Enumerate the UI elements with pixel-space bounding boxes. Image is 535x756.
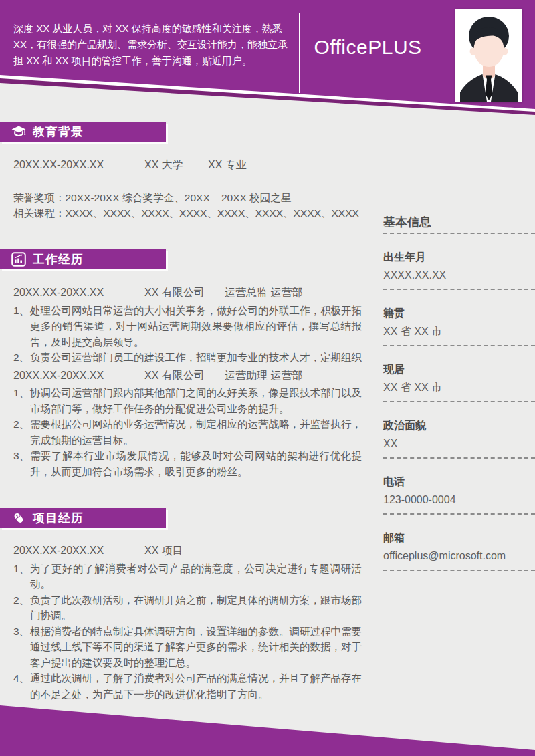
field-label: 电话 bbox=[383, 475, 535, 489]
honors-value: 20XX-20XX 综合奖学金、20XX – 20XX 校园之星 bbox=[66, 192, 292, 203]
list-item: 2、负责公司运营部门员工的建设工作，招聘更加专业的技术人才，定期组织 bbox=[13, 350, 362, 366]
basic-info-panel: 基本信息 出生年月 XXXX.XX.XX 籍贯 XX 省 XX 市 现居 XX … bbox=[383, 214, 535, 571]
brand-logo-text: OfficePLUS bbox=[302, 36, 433, 59]
education-entry-header: 20XX.XX-20XX.XXXX 大学XX 专业 bbox=[13, 157, 362, 173]
dashed-divider bbox=[383, 513, 535, 515]
project-entry-header: 20XX.XX-20XX.XXXX 项目 bbox=[13, 543, 362, 559]
list-item: 1、为了更好的了解消费者对公司产品的满意度，公司决定进行专题调研活动。 bbox=[13, 561, 362, 592]
mouse-icon bbox=[11, 511, 26, 525]
dashed-divider bbox=[383, 233, 535, 234]
work-section-header: 工作经历 bbox=[0, 249, 166, 269]
list-item: 1、处理公司网站日常运营的大小相关事务，做好公司的外联工作，积极开拓更多的销售渠… bbox=[13, 303, 362, 350]
list-item: 3、根据消费者的特点制定具体调研方向，设置详细的参数。调研过程中需要通过线上线下… bbox=[13, 624, 362, 671]
list-item-number: 1、 bbox=[13, 561, 29, 577]
footer-band bbox=[0, 702, 535, 756]
project-name: XX 项目 bbox=[144, 545, 183, 556]
list-item-number: 1、 bbox=[13, 303, 29, 319]
list-item-text: 需要了解本行业市场发展情况，能够及时对公司网站的架构进行优化提升，从而更加符合市… bbox=[30, 450, 362, 477]
info-field-residence: 现居 XX 省 XX 市 bbox=[383, 362, 535, 402]
job-period: 20XX.XX-20XX.XX bbox=[13, 285, 144, 301]
section-title: 教育背景 bbox=[33, 124, 84, 140]
project-period: 20XX.XX-20XX.XX bbox=[13, 543, 144, 559]
education-section-header: 教育背景 bbox=[0, 122, 166, 142]
header-divider bbox=[299, 13, 300, 93]
job-period: 20XX.XX-20XX.XX bbox=[13, 368, 144, 384]
header-band: 深度 XX 从业人员，对 XX 保持高度的敏感性和关注度，熟悉 XX，有很强的产… bbox=[0, 0, 535, 120]
info-field-hometown: 籍贯 XX 省 XX 市 bbox=[383, 306, 535, 346]
info-field-birth: 出生年月 XXXX.XX.XX bbox=[383, 250, 535, 290]
dashed-divider bbox=[383, 401, 535, 402]
list-item: 4、通过此次调研，了解了消费者对公司产品的满意情况，并且了解产品存在的不足之处，… bbox=[13, 670, 362, 702]
list-item-text: 通过此次调研，了解了消费者对公司产品的满意情况，并且了解产品存在的不足之处，为产… bbox=[30, 672, 362, 700]
list-item-number: 1、 bbox=[13, 385, 29, 401]
info-field-email: 邮箱 officeplus@microsoft.com bbox=[383, 531, 535, 571]
honors-label: 荣誉奖项： bbox=[13, 192, 66, 203]
list-item-text: 负责公司运营部门员工的建设工作，招聘更加专业的技术人才，定期组织 bbox=[30, 352, 362, 363]
project-section-header: 项目经历 bbox=[0, 508, 166, 528]
job-duty-list: 1、协调公司运营部门跟内部其他部门之间的友好关系，像是跟技术部门以及市场部门等，… bbox=[13, 385, 362, 479]
section-work: 工作经历 20XX.XX-20XX.XXXX 有限公司运营总监 运营部 1、处理… bbox=[0, 249, 362, 479]
list-item-number: 3、 bbox=[13, 624, 29, 640]
list-item: 3、需要了解本行业市场发展情况，能够及时对公司网站的架构进行优化提升，从而更加符… bbox=[13, 448, 362, 479]
field-label: 现居 bbox=[383, 362, 535, 377]
section-title: 项目经历 bbox=[33, 510, 84, 526]
field-value: XX bbox=[383, 436, 535, 451]
section-education: 教育背景 20XX.XX-20XX.XXXX 大学XX 专业 荣誉奖项：20XX… bbox=[0, 122, 362, 221]
list-item-text: 协调公司运营部门跟内部其他部门之间的友好关系，像是跟技术部门以及市场部门等，做好… bbox=[30, 387, 362, 414]
job-role: 运营助理 运营部 bbox=[225, 370, 302, 381]
job-role: 运营总监 运营部 bbox=[225, 287, 302, 298]
list-item-number: 2、 bbox=[13, 592, 29, 608]
list-item-text: 需要根据公司网站的业务运营情况，制定相应的运营战略，并监督执行，完成预期的运营目… bbox=[30, 418, 362, 446]
list-item-text: 处理公司网站日常运营的大小相关事务，做好公司的外联工作，积极开拓更多的销售渠道，… bbox=[30, 305, 362, 348]
job-entry-header: 20XX.XX-20XX.XXXX 有限公司运营助理 运营部 bbox=[13, 368, 362, 384]
education-major: XX 专业 bbox=[208, 159, 247, 170]
field-label: 籍贯 bbox=[383, 306, 535, 321]
field-label: 出生年月 bbox=[383, 250, 535, 265]
list-item-number: 2、 bbox=[13, 350, 29, 366]
courses-value: XXXX、XXXX、XXXX、XXXX、XXXX、XXXX、XXXX、XXXX bbox=[66, 207, 359, 219]
graduation-cap-icon bbox=[11, 124, 26, 139]
bar-chart-icon bbox=[11, 252, 26, 267]
field-value: officeplus@microsoft.com bbox=[383, 549, 535, 563]
section-project: 项目经历 20XX.XX-20XX.XXXX 项目 1、为了更好的了解消费者对公… bbox=[0, 508, 362, 702]
field-label: 政治面貌 bbox=[383, 418, 535, 433]
field-value: 123-0000-0004 bbox=[383, 493, 535, 507]
job-company: XX 有限公司 bbox=[144, 285, 225, 301]
education-school: XX 大学 bbox=[144, 157, 208, 173]
education-honors-line: 荣誉奖项：20XX-20XX 综合奖学金、20XX – 20XX 校园之星 bbox=[13, 190, 362, 206]
dashed-divider bbox=[383, 289, 535, 290]
job-entry-header: 20XX.XX-20XX.XXXX 有限公司运营总监 运营部 bbox=[13, 285, 362, 301]
profile-summary: 深度 XX 从业人员，对 XX 保持高度的敏感性和关注度，熟悉 XX，有很强的产… bbox=[13, 21, 296, 69]
education-courses-line: 相关课程：XXXX、XXXX、XXXX、XXXX、XXXX、XXXX、XXXX、… bbox=[13, 205, 362, 221]
field-value: XXXX.XX.XX bbox=[383, 268, 535, 283]
info-field-phone: 电话 123-0000-0004 bbox=[383, 475, 535, 515]
job-duty-list: 1、处理公司网站日常运营的大小相关事务，做好公司的外联工作，积极开拓更多的销售渠… bbox=[13, 303, 362, 366]
field-value: XX 省 XX 市 bbox=[383, 380, 535, 395]
list-item-number: 3、 bbox=[13, 448, 29, 464]
list-item-text: 负责了此次教研活动，在调研开始之前，制定具体的调研方案，跟市场部门协调。 bbox=[30, 594, 362, 622]
basic-info-title: 基本信息 bbox=[383, 214, 535, 230]
dashed-divider bbox=[383, 570, 535, 571]
courses-label: 相关课程： bbox=[13, 207, 66, 219]
list-item: 1、协调公司运营部门跟内部其他部门之间的友好关系，像是跟技术部门以及市场部门等，… bbox=[13, 385, 362, 416]
resume-page: 深度 XX 从业人员，对 XX 保持高度的敏感性和关注度，熟悉 XX，有很强的产… bbox=[0, 0, 535, 756]
education-details: 荣誉奖项：20XX-20XX 综合奖学金、20XX – 20XX 校园之星 相关… bbox=[13, 190, 362, 221]
dashed-divider bbox=[383, 457, 535, 459]
list-item-text: 根据消费者的特点制定具体调研方向，设置详细的参数。调研过程中需要通过线上线下等不… bbox=[30, 626, 362, 668]
list-item: 2、需要根据公司网站的业务运营情况，制定相应的运营战略，并监督执行，完成预期的运… bbox=[13, 416, 362, 448]
job-company: XX 有限公司 bbox=[144, 368, 225, 384]
list-item: 2、负责了此次教研活动，在调研开始之前，制定具体的调研方案，跟市场部门协调。 bbox=[13, 592, 362, 624]
person-portrait-icon bbox=[455, 9, 522, 102]
list-item-text: 为了更好的了解消费者对公司产品的满意度，公司决定进行专题调研活动。 bbox=[30, 563, 362, 590]
list-item-number: 4、 bbox=[13, 670, 29, 686]
avatar bbox=[455, 9, 522, 102]
dashed-divider bbox=[383, 345, 535, 346]
info-field-political-status: 政治面貌 XX bbox=[383, 418, 535, 459]
list-item-number: 2、 bbox=[13, 416, 29, 432]
field-value: XX 省 XX 市 bbox=[383, 324, 535, 339]
field-label: 邮箱 bbox=[383, 531, 535, 545]
education-period: 20XX.XX-20XX.XX bbox=[13, 157, 144, 173]
project-detail-list: 1、为了更好的了解消费者对公司产品的满意度，公司决定进行专题调研活动。 2、负责… bbox=[13, 561, 362, 703]
section-title: 工作经历 bbox=[33, 251, 84, 267]
